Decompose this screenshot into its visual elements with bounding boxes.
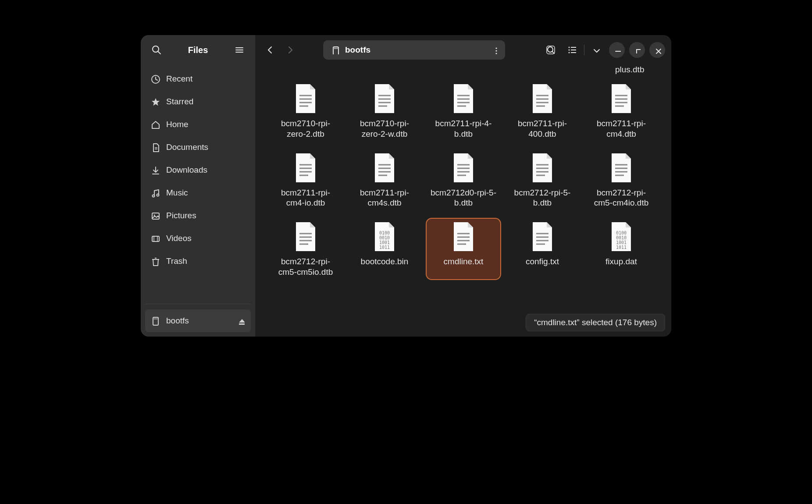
file-name-label: config.txt (526, 256, 559, 267)
file-icon (608, 83, 634, 114)
nav-group (262, 41, 299, 59)
file-item[interactable]: bcm2712d0-rpi-5-b.dtb (427, 150, 500, 210)
sidebar-item-label: Trash (166, 256, 187, 266)
file-item[interactable]: bcm2712-rpi-5-b.dtb (506, 150, 579, 210)
pictures-icon (150, 211, 160, 220)
sidebar-divider (145, 304, 251, 304)
document-icon (150, 142, 160, 152)
sidebar-item-label: Downloads (166, 165, 207, 175)
minimize-button[interactable] (609, 42, 625, 58)
sidebar-item-label: Documents (166, 142, 208, 152)
toolbar-right (542, 41, 665, 59)
file-content-area[interactable]: plus.dtb bcm2710-rpi-zero-2.dtb bcm2710-… (256, 65, 671, 337)
file-item[interactable]: bcm2710-rpi-zero-2.dtb (269, 81, 342, 141)
sidebar-item-downloads[interactable]: Downloads (145, 159, 251, 181)
file-manager-window: Files Recent Starred Home Documents Down… (141, 35, 671, 337)
view-options-button[interactable] (587, 41, 605, 59)
sidebar-item-label: Pictures (166, 211, 196, 220)
file-icon (450, 221, 477, 252)
search-button[interactable] (148, 41, 165, 59)
file-icon (529, 221, 556, 252)
sidebar-item-label: Music (166, 188, 188, 198)
app-title: Files (169, 45, 227, 55)
sidebar-item-starred[interactable]: Starred (145, 90, 251, 113)
file-item[interactable]: bcm2712-rpi-cm5-cm5io.dtb (269, 219, 342, 279)
sidebar-item-recent[interactable]: Recent (145, 67, 251, 90)
sidebar-item-videos[interactable]: Videos (145, 227, 251, 250)
clock-icon (150, 74, 160, 84)
back-button[interactable] (262, 41, 279, 59)
file-name-label: bcm2712-rpi-5-b.dtb (509, 188, 575, 209)
close-button[interactable] (649, 42, 665, 58)
eject-icon[interactable] (236, 316, 246, 326)
file-icon (292, 83, 319, 114)
sidebar-mount-bootfs[interactable]: bootfs (145, 309, 251, 332)
file-item[interactable]: bcm2711-rpi-4-b.dtb (427, 81, 500, 141)
file-name-label: bcm2711-rpi-cm4.dtb (588, 118, 654, 139)
content-search-button[interactable] (542, 41, 559, 59)
file-item[interactable]: bcm2711-rpi-400.dtb (506, 81, 579, 141)
sidebar-item-label: Starred (166, 97, 193, 106)
file-icon (450, 153, 477, 183)
star-icon (150, 97, 160, 106)
file-name-label: bootcode.bin (361, 256, 409, 267)
sd-card-icon (150, 316, 160, 326)
path-label: bootfs (345, 45, 483, 55)
videos-icon (150, 234, 160, 243)
file-icon (529, 153, 556, 183)
file-name-label: bcm2711-rpi-400.dtb (509, 118, 575, 139)
music-icon (150, 188, 160, 198)
forward-button[interactable] (281, 41, 299, 59)
file-item[interactable]: bootcode.bin (348, 219, 421, 279)
file-icon (371, 221, 398, 252)
file-name-label: bcm2712d0-rpi-5-b.dtb (431, 188, 496, 209)
sidebar-item-music[interactable]: Music (145, 181, 251, 204)
file-icon (292, 221, 319, 252)
sidebar-item-label: Home (166, 120, 189, 129)
sd-card-icon (330, 45, 340, 55)
file-icon (292, 153, 319, 183)
file-item[interactable]: config.txt (506, 219, 579, 279)
file-name-label: bcm2711-rpi-cm4-io.dtb (273, 188, 338, 209)
partial-file-label: plus.dtb (256, 65, 671, 81)
file-icon (529, 83, 556, 114)
sidebar-item-documents[interactable]: Documents (145, 136, 251, 159)
file-icon (608, 221, 634, 252)
sidebar-places-list: Recent Starred Home Documents Downloads … (141, 65, 255, 301)
file-item[interactable]: fixup.dat (584, 219, 658, 279)
file-name-label: bcm2711-rpi-cm4s.dtb (352, 188, 417, 209)
sidebar-item-label: Recent (166, 74, 192, 84)
view-separator (584, 45, 584, 55)
file-item[interactable]: bcm2711-rpi-cm4-io.dtb (269, 150, 342, 210)
sidebar: Files Recent Starred Home Documents Down… (141, 35, 256, 337)
file-name-label: bcm2710-rpi-zero-2-w.dtb (352, 118, 417, 139)
list-view-button[interactable] (564, 41, 581, 59)
file-icon (450, 83, 477, 114)
sidebar-header: Files (141, 35, 255, 65)
path-menu-button[interactable] (488, 43, 502, 57)
file-icon (371, 83, 398, 114)
sidebar-item-home[interactable]: Home (145, 113, 251, 136)
sidebar-menu-button[interactable] (231, 41, 248, 59)
file-item[interactable]: bcm2712-rpi-cm5-cm4io.dtb (584, 150, 658, 210)
maximize-button[interactable] (629, 42, 645, 58)
trash-icon (150, 256, 160, 266)
sidebar-item-pictures[interactable]: Pictures (145, 204, 251, 227)
file-item[interactable]: bcm2711-rpi-cm4.dtb (584, 81, 658, 141)
toolbar: bootfs (256, 35, 671, 65)
file-name-label: bcm2710-rpi-zero-2.dtb (273, 118, 338, 139)
file-item[interactable]: bcm2711-rpi-cm4s.dtb (348, 150, 421, 210)
file-item[interactable]: cmdline.txt (427, 219, 500, 279)
file-name-label: bcm2712-rpi-cm5-cm4io.dtb (588, 188, 654, 209)
file-name-label: cmdline.txt (444, 256, 484, 267)
mount-label: bootfs (166, 316, 189, 326)
file-icon (371, 153, 398, 183)
main-panel: bootfs plus.dtb bcm2710-rpi-zero-2 (256, 35, 671, 337)
file-name-label: bcm2711-rpi-4-b.dtb (431, 118, 496, 139)
path-bar[interactable]: bootfs (323, 40, 505, 60)
status-bar: “cmdline.txt” selected (176 bytes) (526, 314, 665, 331)
file-item[interactable]: bcm2710-rpi-zero-2-w.dtb (348, 81, 421, 141)
file-icon (608, 153, 634, 183)
sidebar-item-trash[interactable]: Trash (145, 250, 251, 273)
file-name-label: bcm2712-rpi-cm5-cm5io.dtb (273, 256, 338, 277)
